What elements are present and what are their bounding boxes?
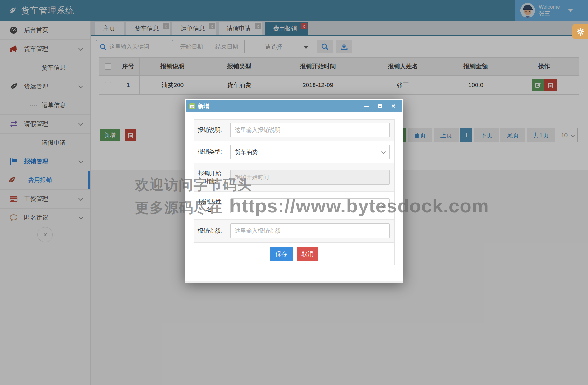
chevron-down-icon	[381, 203, 386, 207]
start-time-input[interactable]	[230, 170, 390, 185]
field-label: 报销说明:	[194, 120, 226, 141]
window-controls: ×	[363, 103, 399, 109]
type-select[interactable]: 货车油费	[230, 145, 390, 159]
close-icon[interactable]: ×	[390, 103, 396, 109]
form-row-amount: 报销金额:	[194, 220, 394, 242]
dialog-resize-strip	[185, 281, 403, 283]
maximize-icon[interactable]	[377, 103, 383, 109]
settings-toggle-button[interactable]	[572, 24, 588, 39]
dialog-form: 报销说明: 报销类型: 货车油费 报销开始时间: 报销人姓名:	[194, 119, 395, 242]
select-value: 货车油费	[235, 148, 258, 156]
chevron-down-icon	[381, 149, 386, 154]
window-icon	[189, 103, 195, 109]
person-select[interactable]	[230, 198, 390, 213]
field-label: 报销金额:	[194, 220, 226, 242]
form-row-desc: 报销说明:	[194, 120, 394, 141]
field-label: 报销类型:	[194, 141, 226, 163]
add-dialog: 新增 × 报销说明: 报销类型: 货车油费 报销开始时间:	[185, 99, 403, 283]
field-label: 报销开始时间:	[194, 163, 226, 191]
desc-input[interactable]	[230, 123, 390, 137]
amount-input[interactable]	[230, 223, 390, 238]
dialog-footer: 保存 取消	[194, 242, 395, 265]
minimize-icon[interactable]	[363, 103, 370, 109]
dialog-titlebar[interactable]: 新增 ×	[186, 100, 402, 112]
save-button[interactable]: 保存	[270, 247, 293, 261]
dialog-title: 新增	[198, 102, 209, 110]
form-row-person: 报销人姓名:	[194, 192, 394, 220]
form-row-type: 报销类型: 货车油费	[194, 141, 394, 163]
cancel-button[interactable]: 取消	[297, 247, 318, 261]
form-row-start-time: 报销开始时间:	[194, 163, 394, 192]
gear-icon	[576, 28, 585, 36]
field-label: 报销人姓名:	[194, 192, 226, 219]
